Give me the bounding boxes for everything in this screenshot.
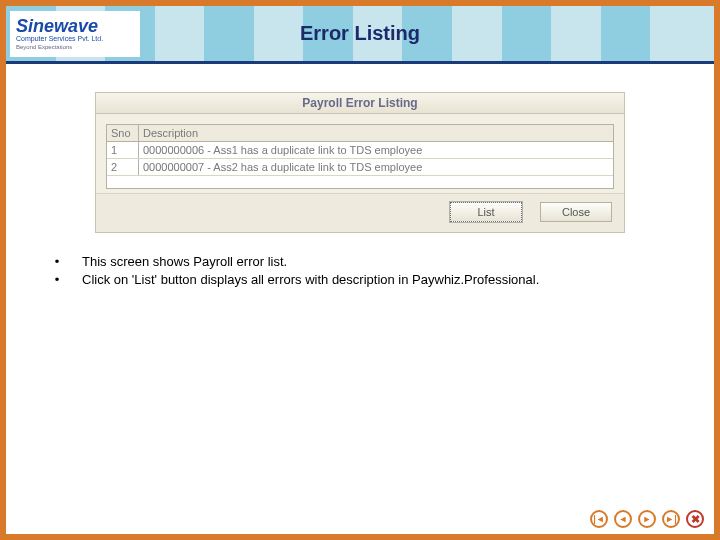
grid-spacer [107, 176, 613, 188]
col-header-sno: Sno [107, 125, 139, 141]
logo-brand: Sinewave [16, 17, 134, 35]
table-row[interactable]: 2 0000000007 - Ass2 has a duplicate link… [107, 159, 613, 176]
button-row: List Close [96, 193, 624, 232]
content-area: Payroll Error Listing Sno Description 1 … [6, 64, 714, 289]
cell-description: 0000000007 - Ass2 has a duplicate link t… [139, 159, 613, 175]
logo-subtitle: Computer Services Pvt. Ltd. [16, 35, 134, 43]
list-item: • Click on 'List' button displays all er… [32, 271, 696, 289]
slide-nav: |◄ ◄ ► ►| ✖ [590, 510, 704, 528]
list-button[interactable]: List [450, 202, 522, 222]
bullet-text: This screen shows Payroll error list. [82, 253, 287, 271]
error-listing-window: Payroll Error Listing Sno Description 1 … [95, 92, 625, 233]
close-button[interactable]: Close [540, 202, 612, 222]
list-item: • This screen shows Payroll error list. [32, 253, 696, 271]
nav-first-icon[interactable]: |◄ [590, 510, 608, 528]
nav-prev-icon[interactable]: ◄ [614, 510, 632, 528]
table-row[interactable]: 1 0000000006 - Ass1 has a duplicate link… [107, 142, 613, 159]
cell-sno: 1 [107, 142, 139, 158]
bullet-text: Click on 'List' button displays all erro… [82, 271, 539, 289]
nav-close-icon[interactable]: ✖ [686, 510, 704, 528]
slide-header: Sinewave Computer Services Pvt. Ltd. Bey… [6, 6, 714, 64]
explanation-list: • This screen shows Payroll error list. … [24, 253, 696, 289]
grid-header: Sno Description [107, 125, 613, 142]
error-grid: Sno Description 1 0000000006 - Ass1 has … [106, 124, 614, 189]
nav-last-icon[interactable]: ►| [662, 510, 680, 528]
bullet-icon: • [32, 271, 82, 289]
logo-tagline: Beyond Expectations [16, 44, 134, 50]
nav-next-icon[interactable]: ► [638, 510, 656, 528]
window-body: Sno Description 1 0000000006 - Ass1 has … [96, 114, 624, 193]
bullet-icon: • [32, 253, 82, 271]
cell-sno: 2 [107, 159, 139, 175]
page-title: Error Listing [300, 22, 420, 45]
logo: Sinewave Computer Services Pvt. Ltd. Bey… [10, 11, 140, 57]
col-header-description: Description [139, 125, 613, 141]
cell-description: 0000000006 - Ass1 has a duplicate link t… [139, 142, 613, 158]
window-title: Payroll Error Listing [96, 93, 624, 114]
